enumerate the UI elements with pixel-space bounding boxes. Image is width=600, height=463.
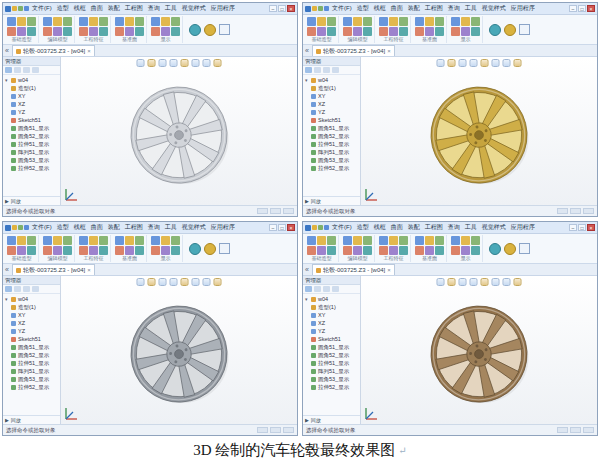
new-file-icon[interactable] [12, 6, 17, 11]
shaded-sphere-icon[interactable] [489, 243, 501, 255]
ribbon-icon[interactable] [399, 236, 408, 245]
ribbon-icon[interactable] [7, 236, 16, 245]
menu-item-wireframe[interactable]: 线框 [72, 223, 88, 232]
ribbon-icon[interactable] [451, 27, 460, 36]
pan-icon[interactable] [159, 278, 167, 286]
tree-item[interactable]: 圆角53_显示 [311, 156, 360, 164]
tree-item[interactable]: YZ [311, 108, 360, 116]
ribbon-icon[interactable] [343, 17, 352, 26]
ribbon-icon[interactable] [135, 236, 144, 245]
viewport[interactable] [361, 57, 597, 205]
menu-item-surface[interactable]: 曲面 [89, 4, 105, 13]
history-tab-icon[interactable] [305, 67, 312, 73]
ribbon-icon[interactable] [115, 27, 124, 36]
ribbon-icon[interactable] [125, 27, 134, 36]
menu-item-wireframe[interactable]: 线框 [372, 223, 388, 232]
ribbon-icon[interactable] [471, 236, 480, 245]
zoom-fit-icon[interactable] [448, 278, 456, 286]
status-segment[interactable] [270, 427, 281, 433]
ribbon-icon[interactable] [343, 27, 352, 36]
new-file-icon[interactable] [312, 6, 317, 11]
status-segment[interactable] [283, 208, 294, 214]
ribbon-icon[interactable] [461, 27, 470, 36]
tree-item[interactable]: YZ [11, 108, 60, 116]
ribbon-icon[interactable] [125, 236, 134, 245]
minimize-button[interactable]: – [569, 224, 577, 231]
tree-item[interactable]: 造型(1) [311, 84, 360, 92]
menu-item-assembly[interactable]: 装配 [106, 4, 122, 13]
status-segment[interactable] [570, 208, 581, 214]
status-segment[interactable] [557, 208, 568, 214]
ribbon-icon[interactable] [317, 27, 326, 36]
ribbon-icon[interactable] [99, 236, 108, 245]
ribbon-icon[interactable] [399, 246, 408, 255]
ribbon-icon[interactable] [343, 236, 352, 245]
ribbon-icon[interactable] [415, 236, 424, 245]
tree-item[interactable]: 圆角52_显示 [11, 351, 60, 359]
tree-item[interactable]: 拉伸52_显示 [11, 383, 60, 391]
ribbon-icon[interactable] [115, 17, 124, 26]
material-sphere-icon[interactable] [204, 243, 216, 255]
tree-item[interactable]: 圆角51_显示 [311, 343, 360, 351]
menu-item-apps[interactable]: 应用程序 [509, 223, 537, 232]
tree-item[interactable]: XZ [11, 100, 60, 108]
ribbon-icon[interactable] [415, 17, 424, 26]
zoom-fit-icon[interactable] [148, 278, 156, 286]
tab-close-icon[interactable]: × [87, 267, 91, 273]
tree-item[interactable]: 造型(1) [311, 303, 360, 311]
menu-item-tools[interactable]: 工具 [163, 223, 179, 232]
menu-item-surface[interactable]: 曲面 [389, 223, 405, 232]
close-button[interactable]: × [287, 224, 295, 231]
document-tab[interactable]: 轮毂-003725.Z3 - [w04] × [12, 264, 95, 275]
pan-icon[interactable] [459, 59, 467, 67]
ribbon-icon[interactable] [451, 246, 460, 255]
ribbon-icon[interactable] [379, 236, 388, 245]
ribbon-icon[interactable] [389, 17, 398, 26]
perspective-icon[interactable] [203, 59, 211, 67]
menu-item-file[interactable]: 文件(F) [330, 4, 354, 13]
zoom-fit-icon[interactable] [448, 59, 456, 67]
tree-item[interactable]: Sketch51 [11, 116, 60, 124]
ribbon-icon[interactable] [161, 27, 170, 36]
view-tab-icon[interactable] [32, 67, 39, 73]
ribbon-icon[interactable] [63, 27, 72, 36]
tree-item[interactable]: 造型(1) [11, 84, 60, 92]
ribbon-icon[interactable] [43, 17, 52, 26]
ribbon-icon[interactable] [7, 246, 16, 255]
close-button[interactable]: × [287, 5, 295, 12]
perspective-icon[interactable] [503, 59, 511, 67]
layer-tab-icon[interactable] [23, 286, 30, 292]
new-file-icon[interactable] [312, 225, 317, 230]
menu-item-shape[interactable]: 造型 [55, 4, 71, 13]
menu-item-assembly[interactable]: 装配 [406, 223, 422, 232]
ribbon-icon[interactable] [125, 246, 134, 255]
ribbon-icon[interactable] [17, 246, 26, 255]
save-icon[interactable] [324, 225, 329, 230]
ribbon-icon[interactable] [79, 27, 88, 36]
menu-item-inquire[interactable]: 查询 [446, 223, 462, 232]
open-file-icon[interactable] [318, 6, 323, 11]
status-segment[interactable] [583, 208, 594, 214]
history-tab-icon[interactable] [305, 286, 312, 292]
document-tab[interactable]: 轮毂-003725.Z3 - [w04] × [312, 45, 395, 56]
layer-tab-icon[interactable] [323, 286, 330, 292]
ribbon-icon[interactable] [53, 246, 62, 255]
tree-item[interactable]: 造型(1) [11, 303, 60, 311]
ribbon-icon[interactable] [471, 27, 480, 36]
menu-item-visualize[interactable]: 视觉样式 [180, 223, 208, 232]
menu-item-file[interactable]: 文件(F) [30, 4, 54, 13]
ribbon-icon[interactable] [53, 17, 62, 26]
shade-mode-icon[interactable] [181, 278, 189, 286]
ribbon-icon[interactable] [379, 246, 388, 255]
assembly-tab-icon[interactable] [314, 286, 321, 292]
render-settings-icon[interactable] [514, 59, 522, 67]
ribbon-icon[interactable] [363, 246, 372, 255]
tree-item[interactable]: 拉伸51_显示 [311, 359, 360, 367]
ribbon-icon[interactable] [415, 246, 424, 255]
ribbon-icon[interactable] [115, 246, 124, 255]
viewport[interactable] [361, 276, 597, 424]
layer-tab-icon[interactable] [323, 67, 330, 73]
ribbon-icon[interactable] [425, 236, 434, 245]
ribbon-icon[interactable] [451, 236, 460, 245]
menu-item-inquire[interactable]: 查询 [446, 4, 462, 13]
